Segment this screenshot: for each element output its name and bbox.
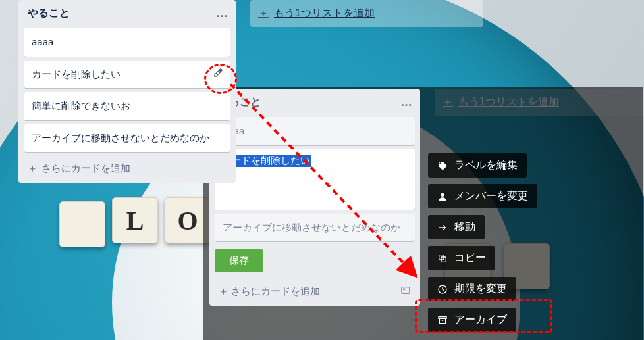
- list-menu-button[interactable]: …: [400, 95, 414, 109]
- card[interactable]: aaaa: [24, 28, 230, 57]
- menu-copy[interactable]: コピー: [428, 246, 495, 270]
- card[interactable]: 簡単に削除できないお: [24, 92, 230, 120]
- svg-point-2: [441, 193, 444, 196]
- list-todo-front: やること … aaaa カードを削除したい 簡単に削除できないお アーカイブに移…: [18, 0, 236, 183]
- card[interactable]: アーカイブに移動させないとだめなのか: [24, 124, 230, 153]
- card-title: 簡単に削除できないお: [32, 100, 130, 111]
- menu-label: メンバーを変更: [454, 189, 528, 203]
- menu-edit-labels[interactable]: ラベルを編集: [428, 153, 527, 178]
- tile: [59, 201, 105, 247]
- add-card-label: さらにカードを追加: [41, 162, 130, 174]
- menu-change-due[interactable]: 期限を変更: [428, 277, 516, 301]
- clock-icon: [437, 284, 448, 295]
- person-icon: [437, 191, 448, 202]
- card-title: アーカイブに移動させないとだめなのか: [32, 132, 209, 143]
- card[interactable]: aaaa: [215, 117, 415, 145]
- tag-icon: [437, 160, 448, 171]
- card[interactable]: カードを削除したい: [24, 61, 230, 89]
- svg-rect-1: [403, 289, 405, 290]
- list-menu-button[interactable]: …: [216, 7, 229, 20]
- card-title: カードを削除したい: [32, 68, 121, 80]
- tile-L: L: [112, 197, 158, 243]
- card-quick-edit-textarea[interactable]: カードを削除したい: [215, 149, 415, 210]
- annotation-circle: [204, 64, 237, 94]
- list-todo-back: やること … aaaa カードを削除したい アーカイブに移動させないとだめなのか…: [209, 89, 420, 306]
- menu-label: 期限を変更: [454, 282, 507, 296]
- copy-icon: [437, 253, 448, 264]
- save-button[interactable]: 保存: [215, 249, 263, 272]
- card-title: aaaa: [32, 36, 53, 47]
- menu-label: 移動: [454, 220, 475, 234]
- save-label: 保存: [229, 255, 249, 266]
- list-header: やること …: [18, 0, 236, 24]
- add-list-button-front[interactable]: ＋もう1つリストを追加: [250, 0, 483, 27]
- add-list-label: もう1つリストを追加: [274, 7, 375, 18]
- annotation-rect-archive: [415, 299, 552, 333]
- menu-label: コピー: [454, 251, 486, 265]
- plus-icon: ＋: [258, 7, 269, 18]
- list-title[interactable]: やること: [28, 7, 70, 20]
- tile-row: L O: [59, 197, 217, 243]
- add-card-button[interactable]: ＋さらにカードを追加: [18, 156, 236, 183]
- card[interactable]: アーカイブに移動させないとだめなのか: [215, 214, 415, 242]
- list-header: やること …: [209, 89, 420, 113]
- menu-change-members[interactable]: メンバーを変更: [428, 184, 537, 208]
- svg-rect-0: [402, 287, 410, 293]
- card-title: アーカイブに移動させないとだめなのか: [223, 222, 400, 233]
- menu-label: ラベルを編集: [454, 158, 518, 172]
- arrow-right-icon: [437, 222, 448, 233]
- plus-icon: ＋: [219, 285, 231, 297]
- template-icon[interactable]: [400, 285, 411, 298]
- add-card-button[interactable]: ＋ さらにカードを追加: [209, 279, 420, 306]
- add-card-label: さらにカードを追加: [231, 285, 320, 297]
- plus-icon: ＋: [28, 162, 38, 174]
- menu-move[interactable]: 移動: [428, 215, 485, 239]
